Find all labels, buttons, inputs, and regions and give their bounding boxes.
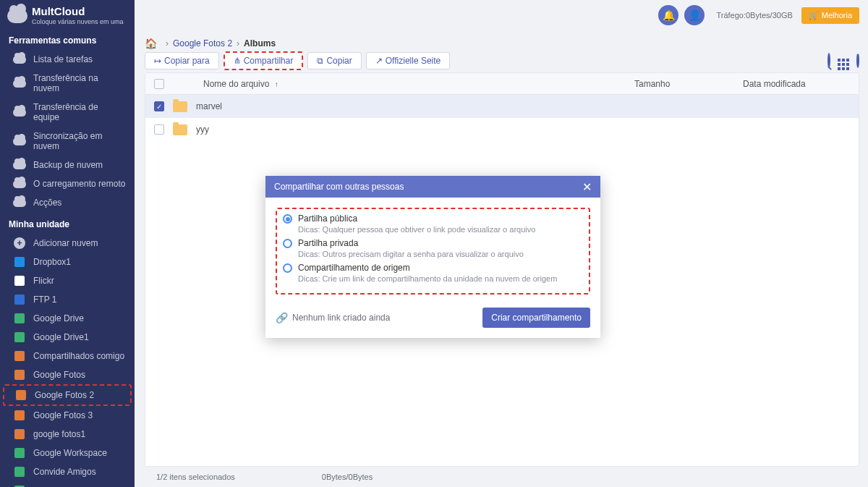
drive-icon [13,257,26,267]
grid-view-icon[interactable] [838,51,849,70]
sort-asc-icon: ↑ [275,80,278,88]
sidebar-tool-item[interactable]: Sincronização em nuvem [0,127,135,156]
sidebar-drive-item[interactable]: Google Fotos [0,365,135,384]
status-bar: 1/2 itens selecionados 0Bytes/0Bytes [145,467,859,487]
plus-icon: + [13,238,26,248]
sidebar-item-label: Compartilhados comigo [33,351,124,361]
modal-title: Compartilhar com outras pessoas [274,182,404,192]
cloud-icon [13,160,26,170]
sidebar-drive-item[interactable]: Compartilhados comigo [0,347,135,365]
sidebar-section-drive: Minha unidade [0,212,135,234]
drive-icon [13,313,26,323]
sidebar-drive-item[interactable]: Google Workspace [0,444,135,462]
breadcrumb-mid[interactable]: Google Fotos 2 [173,38,232,48]
sidebar-item-label: Google Drive [33,313,84,323]
table-row[interactable]: ✓marvel [145,95,859,118]
sidebar-item-label: Acções [33,198,61,208]
sidebar-tool-item[interactable]: O carregamento remoto [0,174,135,193]
col-date[interactable]: Data modificada [743,79,859,89]
option-tip: Dicas: Crie um link de compartilhamento … [298,274,557,283]
create-share-button[interactable]: Criar compartilhamento [482,308,590,328]
search-icon[interactable] [827,54,830,67]
sidebar-item-label: Transferência na nuvem [33,73,126,93]
folder-icon [173,101,187,112]
sidebar-drive-item[interactable]: Dropbox1 [0,253,135,271]
share-button[interactable]: ⋔ Compartilhar [224,51,304,70]
sidebar-tool-item[interactable]: Transferência de equipe [0,98,135,127]
sidebar-drive-item[interactable]: Google Drive1 [0,328,135,347]
avatar-icon[interactable]: 👤 [684,5,705,25]
option-title: Compartilhamento de origem [298,263,557,273]
sidebar-drive-item[interactable]: FTP 1 [0,290,135,309]
bell-icon[interactable]: 🔔 [658,5,678,25]
row-name: marvel [196,101,222,111]
brand-tagline: Coloque várias nuvens em uma [32,18,124,25]
sidebar-drive-item[interactable]: Convide Amigos [0,462,135,481]
logo[interactable]: MultCloud Coloque várias nuvens em uma [0,0,135,28]
copy-label: Copiar [326,56,352,66]
row-checkbox[interactable] [154,124,164,135]
sidebar-item-label: Flickr [33,276,54,286]
sidebar: MultCloud Coloque várias nuvens em uma F… [0,0,135,487]
col-name[interactable]: Nome do arquivo ↑ [173,79,634,89]
home-icon[interactable]: 🏠 [145,38,157,49]
radio-icon[interactable] [283,263,292,273]
copy-button[interactable]: ⧉ Copiar [307,52,361,69]
close-icon[interactable]: ✕ [582,180,592,194]
topbar: 🔔 👤 Tráfego:0Bytes/30GB 🛒 Melhoria [135,0,868,30]
brand-name: MultCloud [32,6,124,17]
traffic-text: Tráfego:0Bytes/30GB [716,11,792,20]
sidebar-drive-item[interactable]: Flickr [0,271,135,290]
no-link-text: Nenhum link criado ainda [292,313,390,323]
sidebar-drive-item[interactable]: Google Drive [0,309,135,328]
sidebar-add-cloud[interactable]: + Adicionar nuvem [0,234,135,253]
cloud-icon [13,198,26,208]
sidebar-tool-item[interactable]: Backup de nuvem [0,156,135,174]
copy-icon: ⧉ [317,56,323,66]
sidebar-item-label: Google Workspace [33,448,107,458]
sidebar-item-label: google fotos1 [33,429,85,439]
sidebar-item-label: Lista de tarefas [33,54,93,64]
logo-cloud-icon [7,9,27,23]
radio-icon[interactable] [283,239,292,248]
share-option[interactable]: Partilha públicaDicas: Qualquer pessoa q… [283,213,583,234]
upgrade-label: Melhoria [822,11,852,20]
sidebar-add-cloud-label: Adicionar nuvem [33,238,98,248]
upgrade-button[interactable]: 🛒 Melhoria [801,7,859,24]
sidebar-drive-item[interactable]: Google Fotos 3 [0,406,135,425]
sidebar-tool-item[interactable]: Acções [0,193,135,212]
table-row[interactable]: yyy [145,118,859,141]
status-selection: 1/2 itens selecionados [156,473,235,481]
share-option[interactable]: Compartilhamento de origemDicas: Crie um… [283,263,583,283]
refresh-icon[interactable] [856,54,859,67]
option-tip: Dicas: Qualquer pessoa que obtiver o lin… [298,225,535,234]
table-header: Nome do arquivo ↑ Tamanho Data modificad… [145,73,859,95]
row-name: yyy [196,124,209,135]
sidebar-item-label: Backup de nuvem [33,160,103,170]
sidebar-item-label: Google Drive1 [33,332,89,342]
option-title: Partilha privada [298,238,524,248]
external-icon: ↗ [375,56,383,66]
sidebar-drive-item[interactable]: google fotos1 [0,425,135,444]
sidebar-drive-item[interactable]: Google Fotos 2 [3,384,132,406]
sidebar-item-label: Google Fotos 2 [35,390,94,400]
modal-header: Compartilhar com outras pessoas ✕ [265,176,600,198]
option-title: Partilha pública [298,213,535,224]
link-icon: 🔗 [276,312,288,323]
drive-icon [13,467,26,477]
drive-icon [13,295,26,305]
sidebar-drive-item[interactable]: Torne-se nosso afiliado [0,481,135,487]
copy-to-button[interactable]: ↦ Copiar para [145,52,219,69]
sidebar-item-label: FTP 1 [33,295,56,305]
header-checkbox[interactable] [154,79,164,89]
official-site-button[interactable]: ↗ Offizielle Seite [366,52,450,69]
sidebar-tool-item[interactable]: Lista de tarefas [0,50,135,69]
cloud-icon [13,78,26,88]
share-option[interactable]: Partilha privadaDicas: Outros precisam d… [283,238,583,258]
drive-icon [13,351,26,361]
folder-icon [173,124,187,135]
sidebar-tool-item[interactable]: Transferência na nuvem [0,69,135,98]
row-checkbox[interactable]: ✓ [154,101,164,111]
radio-icon[interactable] [283,214,292,224]
col-size[interactable]: Tamanho [634,79,743,89]
